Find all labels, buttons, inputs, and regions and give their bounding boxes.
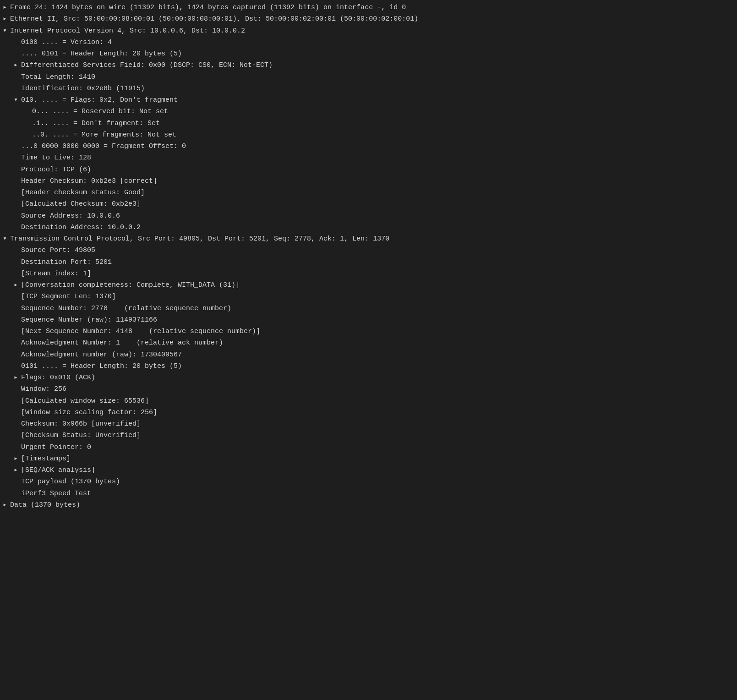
row-label: [Stream index: 1] [21,268,91,279]
row-label: 0... .... = Reserved bit: Not set [32,106,168,117]
no-expander-icon [14,338,21,348]
no-expander-icon [14,245,21,256]
tree-row: Window: 256 [0,383,737,395]
tree-row: [Window size scaling factor: 256] [0,407,737,418]
collapsed-icon[interactable]: ▸ [14,454,21,464]
collapsed-icon[interactable]: ▸ [14,372,21,383]
tree-row[interactable]: ▸Data (1370 bytes) [0,499,737,511]
no-expander-icon [14,187,21,198]
no-expander-icon [14,72,21,82]
no-expander-icon [14,476,21,487]
collapsed-icon[interactable]: ▸ [3,500,10,510]
row-label: Transmission Control Protocol, Src Port:… [10,234,389,244]
tree-row[interactable]: ▸Frame 24: 1424 bytes on wire (11392 bit… [0,2,737,13]
tree-row[interactable]: ▸[Timestamps] [0,453,737,465]
tree-row: Total Length: 1410 [0,71,737,83]
tree-row: Destination Address: 10.0.0.2 [0,222,737,233]
tree-row: iPerf3 Speed Test [0,488,737,499]
row-label: Flags: 0x010 (ACK) [21,372,95,383]
row-label: .... 0101 = Header Length: 20 bytes (5) [21,49,182,59]
no-expander-icon [14,211,21,221]
tree-row: [Calculated Checksum: 0xb2e3] [0,198,737,210]
row-label: Header Checksum: 0xb2e3 [correct] [21,176,157,186]
tree-row[interactable]: ▸Flags: 0x010 (ACK) [0,372,737,383]
tree-row: Acknowledgment number (raw): 1730409567 [0,349,737,361]
expanded-icon[interactable]: ▾ [14,95,21,105]
tree-row[interactable]: ▸[SEQ/ACK analysis] [0,465,737,476]
no-expander-icon [14,419,21,429]
no-expander-icon [14,153,21,163]
tree-row: Sequence Number: 2778 (relative sequence… [0,303,737,314]
row-label: 0101 .... = Header Length: 20 bytes (5) [21,361,182,372]
row-label: 0100 .... = Version: 4 [21,37,112,48]
row-label: [Timestamps] [21,454,71,464]
row-label: Data (1370 bytes) [10,500,80,510]
tree-row: Protocol: TCP (6) [0,164,737,175]
tree-row: [Checksum Status: Unverified] [0,430,737,441]
row-label: Acknowledgment Number: 1 (relative ack n… [21,338,223,348]
tree-row[interactable]: ▾Internet Protocol Version 4, Src: 10.0.… [0,25,737,37]
collapsed-icon[interactable]: ▸ [14,465,21,476]
row-label: [SEQ/ACK analysis] [21,465,95,476]
collapsed-icon[interactable]: ▸ [3,2,10,13]
row-label: Acknowledgment number (raw): 1730409567 [21,350,182,360]
row-label: Source Port: 49805 [21,245,95,256]
expanded-icon[interactable]: ▾ [3,234,10,244]
no-expander-icon [14,361,21,372]
row-label: .1.. .... = Don't fragment: Set [32,118,160,129]
row-label: [Calculated Checksum: 0xb2e3] [21,199,141,209]
no-expander-icon [14,268,21,279]
tree-row: Source Address: 10.0.0.6 [0,210,737,222]
tree-row: [Header checksum status: Good] [0,187,737,198]
no-expander-icon [14,384,21,394]
collapsed-icon[interactable]: ▸ [14,60,21,71]
tree-row: Destination Port: 5201 [0,257,737,268]
row-label: Ethernet II, Src: 50:00:00:08:00:01 (50:… [10,14,418,24]
tree-row: [TCP Segment Len: 1370] [0,291,737,302]
tree-row: 0100 .... = Version: 4 [0,37,737,48]
expanded-icon[interactable]: ▾ [3,26,10,36]
tree-row[interactable]: ▸Ethernet II, Src: 50:00:00:08:00:01 (50… [0,13,737,25]
no-expander-icon [14,222,21,233]
row-label: Identification: 0x2e8b (11915) [21,83,145,94]
no-expander-icon [14,49,21,59]
row-label: Destination Port: 5201 [21,257,112,268]
row-label: [Window size scaling factor: 256] [21,407,157,418]
row-label: Time to Live: 128 [21,153,91,163]
no-expander-icon [14,396,21,406]
no-expander-icon [25,130,32,140]
row-label: Protocol: TCP (6) [21,164,91,175]
collapsed-icon[interactable]: ▸ [3,14,10,24]
row-label: Destination Address: 10.0.0.2 [21,222,141,233]
tree-row[interactable]: ▸Differentiated Services Field: 0x00 (DS… [0,60,737,71]
row-label: Checksum: 0x966b [unverified] [21,419,141,429]
row-label: ...0 0000 0000 0000 = Fragment Offset: 0 [21,141,186,152]
row-label: [Checksum Status: Unverified] [21,430,141,441]
tree-row[interactable]: ▾010. .... = Flags: 0x2, Don't fragment [0,94,737,106]
tree-row[interactable]: ▸[Conversation completeness: Complete, W… [0,279,737,291]
row-label: [Next Sequence Number: 4148 (relative se… [21,326,260,337]
tree-row: 0... .... = Reserved bit: Not set [0,106,737,117]
row-label: [TCP Segment Len: 1370] [21,291,116,302]
collapsed-icon[interactable]: ▸ [14,280,21,290]
no-expander-icon [14,488,21,499]
no-expander-icon [25,106,32,117]
no-expander-icon [14,326,21,337]
no-expander-icon [25,118,32,129]
tree-row: .... 0101 = Header Length: 20 bytes (5) [0,48,737,60]
tree-row: Urgent Pointer: 0 [0,442,737,453]
row-label: [Conversation completeness: Complete, WI… [21,280,240,290]
packet-tree: ▸Frame 24: 1424 bytes on wire (11392 bit… [0,0,737,513]
row-label: Source Address: 10.0.0.6 [21,211,120,221]
row-label: TCP payload (1370 bytes) [21,476,120,487]
tree-row: [Calculated window size: 65536] [0,395,737,407]
row-label: 010. .... = Flags: 0x2, Don't fragment [21,95,178,105]
tree-row: Identification: 0x2e8b (11915) [0,83,737,94]
tree-row: Source Port: 49805 [0,245,737,256]
tree-row: ...0 0000 0000 0000 = Fragment Offset: 0 [0,141,737,152]
row-label: Sequence Number: 2778 (relative sequence… [21,303,231,314]
tree-row[interactable]: ▾Transmission Control Protocol, Src Port… [0,233,737,245]
tree-row: Sequence Number (raw): 1149371166 [0,314,737,326]
tree-row: [Stream index: 1] [0,268,737,279]
row-label: Internet Protocol Version 4, Src: 10.0.0… [10,26,245,36]
